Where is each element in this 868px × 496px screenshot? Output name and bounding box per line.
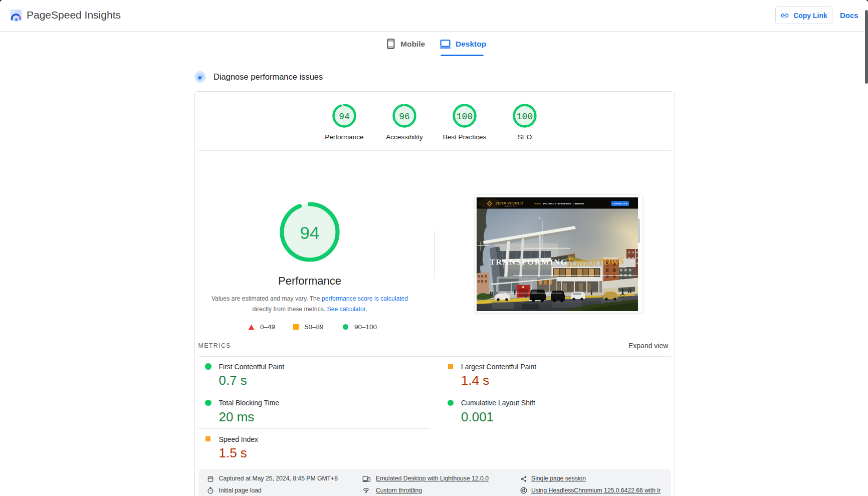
svg-text:94: 94 xyxy=(300,223,320,242)
svg-text:CONTACT US: CONTACT US xyxy=(612,202,627,204)
svg-text:TRANSFORMING: TRANSFORMING xyxy=(490,258,568,266)
svg-text:96: 96 xyxy=(399,112,410,122)
svg-text:CAREERS: CAREERS xyxy=(573,202,584,204)
svg-text:HOME: HOME xyxy=(535,202,541,204)
svg-text:100: 100 xyxy=(517,112,533,122)
svg-text:PROJECTS: PROJECTS xyxy=(543,202,556,204)
svg-text:94: 94 xyxy=(339,112,350,122)
svg-text:BUSINESSES: BUSINESSES xyxy=(558,202,572,204)
svg-text:ZETA WORLD: ZETA WORLD xyxy=(496,200,524,205)
svg-text:REALTY INC.: REALTY INC. xyxy=(504,205,518,207)
svg-text:100: 100 xyxy=(457,112,473,122)
svg-text:Tomorrows: Tomorrows xyxy=(565,252,624,270)
